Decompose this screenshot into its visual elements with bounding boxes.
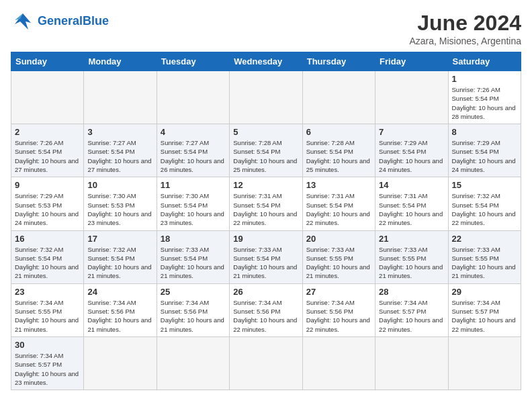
calendar-day-cell: 14Sunrise: 7:31 AMSunset: 5:54 PMDayligh… <box>375 177 448 230</box>
day-number: 10 <box>87 180 152 190</box>
day-info: Sunrise: 7:33 AMSunset: 5:54 PMDaylight:… <box>161 245 226 281</box>
calendar-week-row: 9Sunrise: 7:29 AMSunset: 5:53 PMDaylight… <box>11 177 521 230</box>
day-info: Sunrise: 7:27 AMSunset: 5:54 PMDaylight:… <box>161 138 226 174</box>
calendar-day-cell: 3Sunrise: 7:27 AMSunset: 5:54 PMDaylight… <box>84 124 157 177</box>
day-info: Sunrise: 7:29 AMSunset: 5:54 PMDaylight:… <box>379 138 444 174</box>
day-number: 16 <box>15 234 80 244</box>
calendar-day-cell: 18Sunrise: 7:33 AMSunset: 5:54 PMDayligh… <box>157 230 229 283</box>
day-number: 3 <box>87 127 152 137</box>
day-info: Sunrise: 7:33 AMSunset: 5:55 PMDaylight:… <box>306 245 371 281</box>
day-number: 5 <box>233 127 298 137</box>
calendar-header-cell: Friday <box>375 52 448 71</box>
month-year: June 2024 <box>409 11 521 36</box>
day-number: 20 <box>306 234 371 244</box>
calendar-day-cell <box>84 71 157 124</box>
calendar-day-cell: 4Sunrise: 7:27 AMSunset: 5:54 PMDaylight… <box>157 124 229 177</box>
calendar-day-cell <box>157 71 229 124</box>
day-number: 27 <box>306 287 371 297</box>
day-info: Sunrise: 7:31 AMSunset: 5:54 PMDaylight:… <box>233 191 298 227</box>
day-info: Sunrise: 7:32 AMSunset: 5:54 PMDaylight:… <box>15 245 80 281</box>
calendar-day-cell: 2Sunrise: 7:26 AMSunset: 5:54 PMDaylight… <box>11 124 84 177</box>
calendar-day-cell: 15Sunrise: 7:32 AMSunset: 5:54 PMDayligh… <box>448 177 521 230</box>
calendar-table: SundayMondayTuesdayWednesdayThursdayFrid… <box>11 52 521 390</box>
day-number: 4 <box>161 127 226 137</box>
calendar-day-cell <box>157 336 229 390</box>
calendar-day-cell: 12Sunrise: 7:31 AMSunset: 5:54 PMDayligh… <box>230 177 302 230</box>
day-number: 7 <box>379 127 444 137</box>
day-number: 24 <box>87 287 152 297</box>
day-number: 22 <box>452 234 517 244</box>
calendar-header-cell: Tuesday <box>157 52 229 71</box>
calendar-day-cell: 20Sunrise: 7:33 AMSunset: 5:55 PMDayligh… <box>302 230 375 283</box>
day-number: 14 <box>379 180 444 190</box>
day-number: 9 <box>15 180 80 190</box>
day-info: Sunrise: 7:33 AMSunset: 5:55 PMDaylight:… <box>452 245 517 281</box>
logo: GeneralBlue <box>11 11 109 31</box>
calendar-day-cell: 26Sunrise: 7:34 AMSunset: 5:56 PMDayligh… <box>230 283 302 336</box>
day-info: Sunrise: 7:27 AMSunset: 5:54 PMDaylight:… <box>87 138 152 174</box>
calendar-day-cell <box>302 336 375 390</box>
calendar-body: 1Sunrise: 7:26 AMSunset: 5:54 PMDaylight… <box>11 71 521 390</box>
calendar-day-cell: 16Sunrise: 7:32 AMSunset: 5:54 PMDayligh… <box>11 230 84 283</box>
day-number: 12 <box>233 180 298 190</box>
day-number: 25 <box>161 287 226 297</box>
day-number: 15 <box>452 180 517 190</box>
calendar-day-cell: 24Sunrise: 7:34 AMSunset: 5:56 PMDayligh… <box>84 283 157 336</box>
calendar-day-cell: 10Sunrise: 7:30 AMSunset: 5:53 PMDayligh… <box>84 177 157 230</box>
calendar-day-cell: 21Sunrise: 7:33 AMSunset: 5:55 PMDayligh… <box>375 230 448 283</box>
calendar-day-cell: 19Sunrise: 7:33 AMSunset: 5:54 PMDayligh… <box>230 230 302 283</box>
day-info: Sunrise: 7:28 AMSunset: 5:54 PMDaylight:… <box>306 138 371 174</box>
day-info: Sunrise: 7:34 AMSunset: 5:56 PMDaylight:… <box>233 298 298 334</box>
day-info: Sunrise: 7:34 AMSunset: 5:56 PMDaylight:… <box>87 298 152 334</box>
calendar-header-cell: Sunday <box>11 52 84 71</box>
calendar-day-cell: 7Sunrise: 7:29 AMSunset: 5:54 PMDaylight… <box>375 124 448 177</box>
day-info: Sunrise: 7:34 AMSunset: 5:55 PMDaylight:… <box>15 298 80 334</box>
day-number: 21 <box>379 234 444 244</box>
day-number: 29 <box>452 287 517 297</box>
header: GeneralBlue June 2024 Azara, Misiones, A… <box>11 11 521 46</box>
day-info: Sunrise: 7:32 AMSunset: 5:54 PMDaylight:… <box>87 245 152 281</box>
calendar-header-cell: Thursday <box>302 52 375 71</box>
day-info: Sunrise: 7:30 AMSunset: 5:53 PMDaylight:… <box>87 191 152 227</box>
calendar-day-cell <box>375 71 448 124</box>
calendar-day-cell <box>448 336 521 390</box>
calendar-day-cell: 29Sunrise: 7:34 AMSunset: 5:57 PMDayligh… <box>448 283 521 336</box>
day-number: 23 <box>15 287 80 297</box>
calendar-week-row: 1Sunrise: 7:26 AMSunset: 5:54 PMDaylight… <box>11 71 521 124</box>
day-number: 19 <box>233 234 298 244</box>
calendar-day-cell <box>230 336 302 390</box>
title-area: June 2024 Azara, Misiones, Argentina <box>409 11 521 46</box>
calendar-day-cell: 5Sunrise: 7:28 AMSunset: 5:54 PMDaylight… <box>230 124 302 177</box>
calendar-day-cell: 22Sunrise: 7:33 AMSunset: 5:55 PMDayligh… <box>448 230 521 283</box>
calendar-week-row: 30Sunrise: 7:34 AMSunset: 5:57 PMDayligh… <box>11 336 521 390</box>
calendar-header-cell: Wednesday <box>230 52 302 71</box>
calendar-week-row: 16Sunrise: 7:32 AMSunset: 5:54 PMDayligh… <box>11 230 521 283</box>
calendar-day-cell: 1Sunrise: 7:26 AMSunset: 5:54 PMDaylight… <box>448 71 521 124</box>
logo-text: GeneralBlue <box>38 15 109 27</box>
day-info: Sunrise: 7:31 AMSunset: 5:54 PMDaylight:… <box>379 191 444 227</box>
calendar-day-cell <box>230 71 302 124</box>
day-info: Sunrise: 7:32 AMSunset: 5:54 PMDaylight:… <box>452 191 517 227</box>
day-info: Sunrise: 7:26 AMSunset: 5:54 PMDaylight:… <box>452 85 517 121</box>
day-number: 30 <box>15 340 80 350</box>
day-number: 13 <box>306 180 371 190</box>
logo-icon <box>11 11 35 31</box>
svg-marker-0 <box>15 13 31 30</box>
calendar-day-cell: 13Sunrise: 7:31 AMSunset: 5:54 PMDayligh… <box>302 177 375 230</box>
day-info: Sunrise: 7:34 AMSunset: 5:57 PMDaylight:… <box>452 298 517 334</box>
day-info: Sunrise: 7:34 AMSunset: 5:56 PMDaylight:… <box>161 298 226 334</box>
day-number: 18 <box>161 234 226 244</box>
calendar-week-row: 23Sunrise: 7:34 AMSunset: 5:55 PMDayligh… <box>11 283 521 336</box>
calendar-day-cell <box>375 336 448 390</box>
day-info: Sunrise: 7:29 AMSunset: 5:54 PMDaylight:… <box>452 138 517 174</box>
day-number: 26 <box>233 287 298 297</box>
day-info: Sunrise: 7:28 AMSunset: 5:54 PMDaylight:… <box>233 138 298 174</box>
calendar-day-cell: 25Sunrise: 7:34 AMSunset: 5:56 PMDayligh… <box>157 283 229 336</box>
location: Azara, Misiones, Argentina <box>409 36 521 46</box>
calendar-header-row: SundayMondayTuesdayWednesdayThursdayFrid… <box>11 52 521 71</box>
day-info: Sunrise: 7:34 AMSunset: 5:56 PMDaylight:… <box>306 298 371 334</box>
day-info: Sunrise: 7:34 AMSunset: 5:57 PMDaylight:… <box>15 351 80 387</box>
calendar-day-cell: 17Sunrise: 7:32 AMSunset: 5:54 PMDayligh… <box>84 230 157 283</box>
calendar-day-cell: 11Sunrise: 7:30 AMSunset: 5:54 PMDayligh… <box>157 177 229 230</box>
day-number: 1 <box>452 74 517 84</box>
